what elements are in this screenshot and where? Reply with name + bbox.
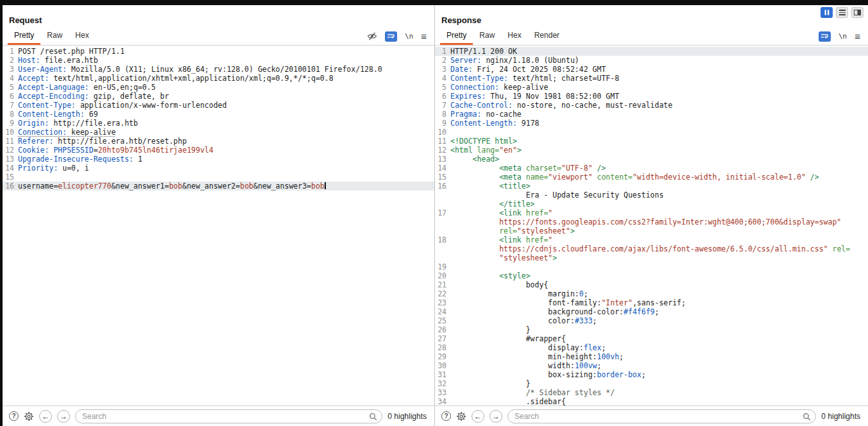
code-line[interactable]: </title> [435,200,868,209]
show-newlines-toggle[interactable]: \n [838,32,847,40]
code-line[interactable]: 22 margin:0; [435,289,868,298]
line-number: 2 [435,56,450,65]
code-line[interactable]: 8Content-Length: 69 [3,110,434,119]
window-controls [821,7,864,18]
code-line[interactable]: Era - Update Security Questions [435,191,868,200]
code-line[interactable]: 34 .sidebar{ [435,397,868,405]
code-line[interactable]: 23 font-family:"Inter",sans-serif; [435,298,868,307]
code-line[interactable]: 32 } [435,379,868,388]
code-line[interactable]: 30 width:100vw; [435,361,868,370]
word-wrap-toggle[interactable] [385,31,397,42]
request-tab-pretty[interactable]: Pretty [8,28,40,45]
code-line[interactable]: 17 <link href=" [435,209,868,217]
code-line[interactable]: 5Connection: keep-alive [435,83,868,92]
code-line[interactable]: 5Accept-Language: en-US,en;q=0.5 [3,83,434,92]
request-help-button[interactable]: ? [9,411,19,421]
code-line[interactable]: 7Content-Type: application/x-www-form-ur… [3,101,434,110]
code-line[interactable]: 3User-Agent: Mozilla/5.0 (X11; Linux x86… [3,65,434,74]
code-line[interactable]: 16username=elicopter770&new_answer1=bob&… [3,182,434,191]
response-help-button[interactable]: ? [441,411,451,421]
code-line[interactable]: 12Cookie: PHPSESSID=20hto9b745ln46tirjae… [3,146,434,155]
pause-tasks-button[interactable] [821,7,833,18]
code-line[interactable]: 15 [3,173,434,182]
code-line[interactable]: 12<html lang="en"> [435,146,868,155]
code-line[interactable]: 4Accept: text/html,application/xhtml+xml… [3,74,434,83]
code-line[interactable]: 4Content-Type: text/html; charset=UTF-8 [435,74,868,83]
code-line[interactable]: https://cdnjs.cloudflare.com/ajax/libs/f… [435,244,868,253]
code-line[interactable]: 2Server: nginx/1.18.0 (Ubuntu) [435,56,868,65]
code-line[interactable]: 33 /* Sidebar styles */ [435,388,868,397]
code-line[interactable]: "stylesheet"> [435,253,868,262]
code-line[interactable]: 29 min-height:100vh; [435,352,868,361]
code-line[interactable]: 28 display:flex; [435,343,868,352]
code-line[interactable]: 3Date: Fri, 24 Oct 2025 08:52:42 GMT [435,65,868,74]
response-next-match-button[interactable]: → [489,410,502,423]
code-line[interactable]: 20 <style> [435,271,868,280]
response-tab-hex[interactable]: Hex [501,28,527,45]
hide-nonprintable-button[interactable] [367,32,377,40]
code-line[interactable]: 9Content-Length: 9178 [435,119,868,128]
response-tab-render[interactable]: Render [528,28,566,45]
code-line[interactable]: 9Origin: http://file.era.htb [3,119,434,128]
code-text: color:#333; [450,316,868,325]
code-line[interactable]: 13 <head> [435,155,868,164]
code-line[interactable]: 15 <meta name="viewport" content="width=… [435,173,868,182]
response-settings-button[interactable] [456,411,466,422]
request-search [75,409,382,423]
word-wrap-toggle[interactable] [819,31,831,42]
code-line[interactable]: 13Upgrade-Insecure-Requests: 1 [3,155,434,164]
code-line[interactable]: 6Expires: Thu, 19 Nov 1981 08:52:00 GMT [435,92,868,101]
code-text: body{ [450,280,868,289]
code-line[interactable]: 7Cache-Control: no-store, no-cache, must… [435,101,868,110]
response-tab-raw[interactable]: Raw [473,28,501,45]
code-line[interactable]: 2Host: file.era.htb [3,56,434,65]
line-number: 8 [3,110,18,119]
response-editor[interactable]: 1HTTP/1.1 200 OK2Server: nginx/1.18.0 (U… [435,46,868,405]
code-text: /* Sidebar styles */ [450,388,868,397]
code-line[interactable]: 14Priority: u=0, i [3,164,434,173]
line-number: 17 [435,209,450,217]
response-editor-menu-button[interactable]: ≡ [855,31,860,41]
code-line[interactable]: 1POST /reset.php HTTP/1.1 [3,47,434,56]
code-line[interactable]: 11Referer: http://file.era.htb/reset.php [3,137,434,146]
request-tab-raw[interactable]: Raw [40,28,69,45]
code-line[interactable]: 19 [435,262,868,271]
code-line[interactable]: 25 color:#333; [435,316,868,325]
code-text: <head> [450,155,868,164]
request-next-match-button[interactable]: → [57,410,70,423]
code-text: background-color:#f4f6f9; [450,307,868,316]
code-line[interactable]: 10Connection: keep-alive [3,128,434,137]
code-line[interactable]: 14 <meta charset="UTF-8" /> [435,164,868,173]
response-previous-match-button[interactable]: ← [472,410,484,423]
line-number: 3 [435,65,450,74]
code-line[interactable]: 6Accept-Encoding: gzip, deflate, br [3,92,434,101]
code-line[interactable]: https://fonts.googleapis.com/css2?family… [435,217,868,226]
panel-layout-button[interactable] [851,7,864,18]
code-line[interactable]: 24 background-color:#f4f6f9; [435,307,868,316]
line-number: 14 [435,164,450,173]
line-number: 9 [435,119,450,128]
request-previous-match-button[interactable]: ← [39,410,52,423]
code-text: POST /reset.php HTTP/1.1 [18,47,434,56]
code-line[interactable]: 21 body{ [435,280,868,289]
code-line[interactable]: 10 [435,128,868,137]
text-cursor [325,182,326,189]
code-line[interactable]: 27 #wrapper{ [435,334,868,343]
code-line[interactable]: 1HTTP/1.1 200 OK [435,47,868,56]
code-line[interactable]: 16 <title> [435,182,868,191]
show-newlines-toggle[interactable]: \n [405,32,413,40]
request-editor-menu-button[interactable]: ≡ [421,31,427,41]
code-line[interactable]: 8Pragma: no-cache [435,110,868,119]
code-line[interactable]: rel="stylesheet"> [435,226,868,235]
rows-layout-button[interactable] [836,7,848,18]
request-tab-hex[interactable]: Hex [69,28,95,45]
request-settings-button[interactable] [24,411,34,422]
code-line[interactable]: 11<!DOCTYPE html> [435,137,868,146]
request-editor[interactable]: 1POST /reset.php HTTP/1.12Host: file.era… [3,46,434,405]
request-search-input[interactable] [75,409,382,423]
response-search-input[interactable] [507,409,816,423]
code-line[interactable]: 26 } [435,325,868,334]
code-line[interactable]: 31 box-sizing:border-box; [435,370,868,379]
code-line[interactable]: 18 <link href=" [435,235,868,244]
response-tab-pretty[interactable]: Pretty [440,28,473,45]
